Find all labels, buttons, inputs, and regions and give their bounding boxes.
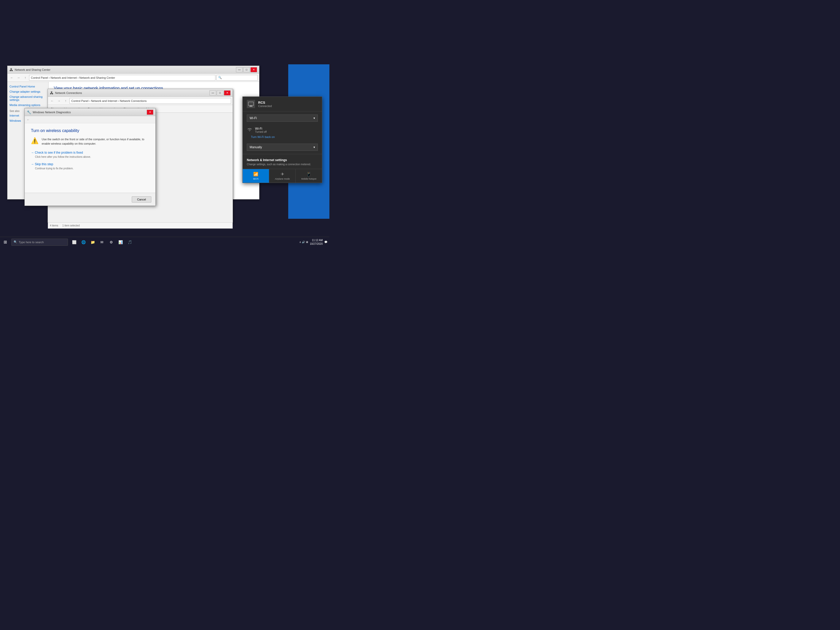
- net-connections-title-icon: 🖧: [50, 91, 54, 95]
- search-icon: 🔍: [14, 240, 17, 244]
- wifi-item: Wi-Fi Turned off: [247, 127, 318, 133]
- wifi-panel-header: RCS Connected: [243, 97, 322, 111]
- store-button[interactable]: 📊: [116, 237, 125, 247]
- edge-button[interactable]: 🌐: [79, 237, 87, 247]
- sharing-center-address-bar: ← → ↑ Control Panel › Network and Intern…: [8, 74, 259, 82]
- taskbar: ⊞ 🔍 Type here to search ⬜ 🌐 📁 ✉ ⚙ 📊 🎵 ∧ …: [0, 237, 329, 247]
- sharing-center-maximize-button[interactable]: □: [243, 67, 250, 72]
- airplane-footer-icon: ✈: [281, 172, 284, 177]
- rcs-name: RCS: [258, 101, 272, 104]
- net-settings-sub: Change settings, such as making a connec…: [247, 163, 318, 166]
- net-connections-title-text: Network Connections: [55, 92, 210, 95]
- task-view-button[interactable]: ⬜: [70, 237, 78, 247]
- warning-icon: ⚠️: [31, 137, 39, 144]
- taskbar-icons: ⬜ 🌐 📁 ✉ ⚙ 📊 🎵: [70, 237, 134, 247]
- diagnostics-body: Turn on wireless capability ⚠️ Use the s…: [25, 123, 155, 179]
- diagnostics-back-button[interactable]: ←: [27, 118, 30, 121]
- turn-wifi-on-link[interactable]: Turn Wi-Fi back on: [247, 135, 318, 139]
- search-placeholder: Type here to search: [19, 241, 44, 244]
- taskbar-search[interactable]: 🔍 Type here to search: [11, 238, 68, 246]
- check-problem-fixed-sub: Click here after you follow the instruct…: [35, 155, 149, 158]
- rcs-info: RCS Connected: [258, 101, 272, 107]
- skip-step-link[interactable]: → Skip this step: [31, 163, 149, 166]
- change-advanced-sharing-link[interactable]: Change advanced sharing settings: [9, 95, 46, 101]
- diagnostics-footer: Cancel: [25, 193, 155, 205]
- wifi-item-info: Wi-Fi Turned off: [255, 127, 267, 133]
- check-problem-fixed-link[interactable]: → Check to see if the problem is fixed: [31, 151, 149, 155]
- forward-button[interactable]: →: [16, 75, 21, 81]
- start-button[interactable]: ⊞: [0, 237, 10, 247]
- svg-rect-6: [250, 106, 252, 106]
- mail-button[interactable]: ✉: [98, 237, 106, 247]
- diagnostics-titlebar: 🔧 Windows Network Diagnostics ✕: [25, 108, 155, 116]
- manually-dropdown[interactable]: Manually ▾: [247, 144, 318, 151]
- svg-rect-5: [248, 102, 254, 106]
- search-input[interactable]: 🔍: [216, 75, 257, 81]
- net-connections-status-bar: 4 items 1 item selected: [48, 223, 233, 229]
- media-streaming-link[interactable]: Media streaming options: [9, 103, 46, 107]
- wifi-dropdown-label: Wi-Fi: [249, 116, 257, 120]
- sharing-center-controls: — □ ✕: [236, 67, 257, 72]
- net-connections-maximize-button[interactable]: □: [217, 90, 223, 95]
- net-connections-close-button[interactable]: ✕: [224, 90, 231, 95]
- net-connections-controls: — □ ✕: [210, 90, 231, 95]
- diagnostics-title-icon: 🔧: [27, 110, 31, 114]
- hotspot-footer-icon: 📱: [306, 172, 311, 177]
- wifi-name: Wi-Fi: [255, 127, 267, 131]
- diagnostics-close-button[interactable]: ✕: [147, 110, 153, 115]
- sharing-center-title-text: Network and Sharing Center: [15, 68, 236, 71]
- diagnostics-dialog: 🔧 Windows Network Diagnostics ✕ ← Turn o…: [24, 108, 156, 206]
- diagnostics-title-text: Windows Network Diagnostics: [33, 111, 147, 114]
- music-button[interactable]: 🎵: [126, 237, 134, 247]
- net-settings-title: Network & Internet settings: [247, 158, 318, 162]
- warning-box: ⚠️ Use the switch on the front or side o…: [31, 137, 149, 146]
- diagnostics-main-title: Turn on wireless capability: [31, 128, 149, 133]
- diagnostics-controls: ✕: [147, 110, 153, 115]
- wifi-panel-divider: [243, 154, 322, 154]
- wifi-footer-label: Wi-Fi: [253, 178, 259, 180]
- manually-label: Manually: [249, 145, 262, 149]
- control-panel-home-link[interactable]: Control Panel Home: [9, 85, 46, 88]
- rcs-icon: [247, 100, 255, 108]
- net-up-button[interactable]: ↑: [63, 98, 68, 104]
- sharing-center-title-icon: 🖧: [9, 68, 13, 72]
- clock-date: 10/27/2020: [310, 242, 323, 246]
- system-tray-icons: ∧ 🔊 🖥: [299, 241, 308, 243]
- sharing-center-close-button[interactable]: ✕: [250, 67, 257, 72]
- footer-wifi-button[interactable]: 📶 Wi-Fi: [243, 169, 269, 183]
- manually-chevron-icon: ▾: [313, 145, 315, 149]
- net-connections-address-bar: ← → ↑ Control Panel › Network and Intern…: [48, 97, 233, 105]
- change-adapter-settings-link[interactable]: Change adapter settings: [9, 90, 46, 93]
- file-explorer-button[interactable]: 📁: [88, 237, 97, 247]
- settings-button[interactable]: ⚙: [107, 237, 115, 247]
- breadcrumb[interactable]: Control Panel › Network and Internet › N…: [29, 75, 215, 81]
- warning-text: Use the switch on the front or side of t…: [42, 137, 149, 146]
- items-count: 4 items: [50, 224, 58, 227]
- net-forward-button[interactable]: →: [56, 98, 62, 104]
- notification-button[interactable]: 💬: [324, 241, 327, 243]
- wifi-dropdown[interactable]: Wi-Fi ▾: [247, 115, 318, 122]
- footer-hotspot-button[interactable]: 📱 Mobile hotspot: [296, 169, 322, 183]
- cancel-button[interactable]: Cancel: [132, 196, 151, 202]
- wifi-dropdown-chevron-icon: ▾: [313, 116, 315, 120]
- net-connections-minimize-button[interactable]: —: [210, 90, 216, 95]
- hotspot-footer-label: Mobile hotspot: [302, 178, 317, 180]
- selected-count: 1 item selected: [62, 224, 79, 227]
- clock-time: 11:12 AM: [310, 238, 323, 242]
- up-button[interactable]: ↑: [22, 75, 28, 81]
- taskbar-clock: 11:12 AM 10/27/2020: [310, 238, 323, 246]
- sharing-center-titlebar: 🖧 Network and Sharing Center — □ ✕: [8, 66, 259, 74]
- net-breadcrumb[interactable]: Control Panel › Network and Internet › N…: [69, 98, 231, 104]
- taskbar-right: ∧ 🔊 🖥 11:12 AM 10/27/2020 💬: [299, 238, 329, 246]
- wifi-footer-icon: 📶: [253, 172, 258, 177]
- net-settings-section: Network & Internet settings Change setti…: [243, 156, 322, 169]
- footer-airplane-button[interactable]: ✈ Airplane mode: [269, 169, 296, 183]
- diagnostics-nav: ←: [25, 116, 155, 123]
- net-connections-titlebar: 🖧 Network Connections — □ ✕: [48, 89, 233, 97]
- sharing-center-minimize-button[interactable]: —: [236, 67, 243, 72]
- back-button[interactable]: ←: [9, 75, 15, 81]
- net-back-button[interactable]: ←: [49, 98, 55, 104]
- svg-rect-7: [249, 106, 253, 107]
- wifi-status: Turned off: [255, 131, 267, 133]
- skip-step-sub: Continue trying to fix the problem.: [35, 167, 149, 170]
